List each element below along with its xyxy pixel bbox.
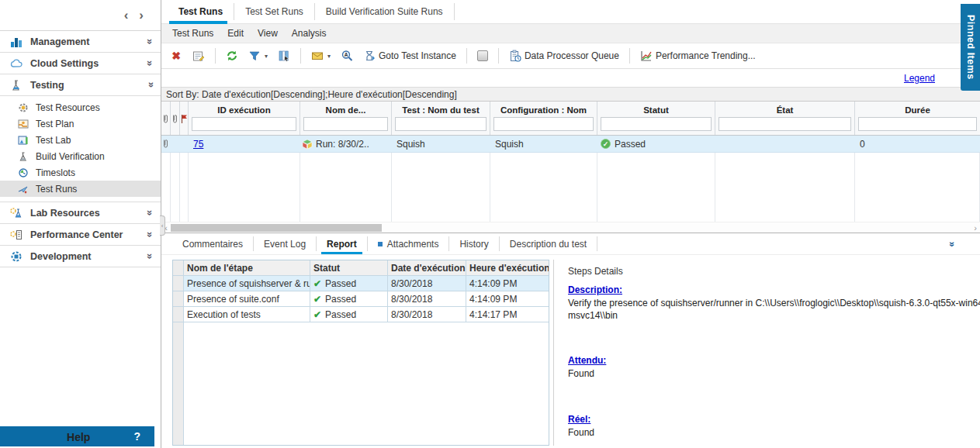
sidebar-section-lab-resources[interactable]: Lab Resources » (0, 202, 161, 224)
column-date-execution[interactable]: Date d'exécution (388, 260, 466, 275)
check-icon: ✔ (313, 294, 321, 305)
nav-back-icon[interactable]: ‹ (124, 9, 129, 22)
scroll-right-icon[interactable]: › (971, 223, 980, 233)
performance-trending-button[interactable]: Performance Trending... (638, 48, 758, 64)
sort-by-text: Sort By: Date d'exécution[Descending];He… (166, 89, 457, 100)
sidebar-section-management[interactable]: Management » (0, 31, 161, 53)
find-button[interactable]: A (338, 48, 355, 64)
sidebar-section-testing[interactable]: Testing « (0, 74, 161, 96)
delete-run-button[interactable]: ✖ (168, 48, 185, 64)
section-label: Management (30, 36, 147, 47)
test-plan-icon (17, 119, 29, 129)
column-test-nom-du-test[interactable]: Test : Nom du test (392, 102, 490, 135)
run-id-link[interactable]: 75 (193, 139, 203, 150)
filter-button[interactable]: ▾ (246, 48, 270, 64)
column-nom-de[interactable]: Nom de... (300, 102, 392, 135)
check-icon: ✔ (313, 278, 321, 289)
flag-column-header[interactable] (180, 102, 189, 135)
tab-commentaires[interactable]: Commentaires (172, 236, 254, 251)
chevron-double-down-icon[interactable]: » (144, 210, 156, 215)
menu-analysis[interactable]: Analysis (292, 28, 327, 39)
attachment-column-header-2[interactable] (171, 102, 180, 135)
steps-table-empty-area (173, 322, 549, 445)
tab-description-du-test[interactable]: Description du test (500, 236, 597, 251)
column-etat[interactable]: État (715, 102, 855, 135)
sidebar-item-label: Test Runs (36, 184, 77, 195)
pinned-items-tab[interactable]: Pinned Items (961, 4, 980, 91)
tab-attachments[interactable]: Attachments (368, 236, 450, 251)
test-run-row[interactable]: 75 Run: 8/30/2.. Squish Squish ✓Passed 0 (161, 136, 980, 153)
panel-collapse-icon[interactable]: » (947, 242, 958, 247)
chevron-double-down-icon[interactable]: » (144, 60, 156, 66)
column-configuration-nom[interactable]: Configuration : Nom (490, 102, 597, 135)
sidebar-item-test-resources[interactable]: Test Resources (0, 99, 161, 115)
menu-edit[interactable]: Edit (227, 28, 244, 39)
filter-test-name-input[interactable] (395, 117, 487, 131)
attachment-column-header[interactable] (161, 102, 171, 135)
goto-test-instance-button[interactable]: Goto Test Instance (361, 48, 459, 64)
sidebar-item-test-plan[interactable]: Test Plan (0, 115, 161, 132)
filter-duree-input[interactable] (858, 117, 977, 131)
step-row[interactable]: Execution of tests ✔Passed 8/30/2018 4:1… (173, 307, 549, 322)
goto-hourglass-icon (363, 50, 376, 62)
chevron-double-down-icon[interactable]: » (144, 253, 156, 259)
tab-event-log[interactable]: Event Log (254, 236, 317, 251)
filter-configuration-input[interactable] (493, 117, 594, 131)
sort-by-bar: Sort By: Date d'exécution[Descending];He… (161, 87, 980, 102)
scrollbar-track[interactable] (171, 224, 971, 232)
chevron-double-down-icon[interactable]: » (144, 232, 156, 237)
tab-history[interactable]: History (449, 236, 499, 251)
flag-icon (181, 114, 188, 124)
scrollbar-thumb[interactable] (171, 224, 382, 232)
sidebar-section-cloud-settings[interactable]: Cloud Settings » (0, 53, 161, 74)
sidebar-section-performance-center[interactable]: Performance Center » (0, 224, 161, 246)
horizontal-scrollbar[interactable]: ‹ › (161, 222, 980, 233)
column-statut[interactable]: Statut (310, 260, 388, 275)
column-nom-de-letape[interactable]: Nom de l'étape (184, 260, 310, 275)
check-icon: ✔ (313, 309, 321, 320)
tab-test-runs[interactable]: Test Runs (168, 3, 234, 20)
goto-test-instance-label: Goto Test Instance (379, 50, 456, 61)
send-mail-button[interactable]: ▾ (309, 48, 333, 64)
run-details-button[interactable] (190, 48, 207, 64)
menu-test-runs[interactable]: Test Runs (172, 28, 213, 39)
status-cell: Passed (615, 139, 646, 150)
step-row[interactable]: Presence of squishserver & runne ✔Passed… (173, 276, 549, 291)
attendu-link[interactable]: Attendu: (568, 355, 606, 366)
data-processor-queue-button[interactable]: Data Processor Queue (507, 48, 622, 64)
refresh-button[interactable] (223, 48, 241, 64)
column-id-execution[interactable]: ID exécution (189, 102, 300, 135)
sidebar-item-test-lab[interactable]: Test Lab (0, 132, 161, 148)
nav-forward-icon[interactable]: › (139, 9, 144, 22)
sidebar-testing-items: Test Resources Test Plan Test Lab Build … (0, 96, 161, 202)
filter-nom-input[interactable] (303, 117, 388, 131)
tab-label: Build Verification Suite Runs (326, 6, 443, 17)
filter-statut-input[interactable] (601, 117, 712, 131)
reel-link[interactable]: Réel: (568, 414, 590, 425)
column-duree[interactable]: Durée (855, 102, 980, 135)
filter-etat-input[interactable] (719, 117, 851, 131)
help-button[interactable]: Help ? (0, 426, 154, 446)
chevron-double-down-icon[interactable]: » (144, 39, 156, 44)
text-size-button[interactable] (475, 49, 490, 63)
description-link[interactable]: Description: (568, 284, 622, 295)
row-gutter (173, 291, 184, 306)
menu-view[interactable]: View (258, 28, 278, 39)
column-heure-execution[interactable]: Heure d'exécution (466, 260, 549, 275)
step-row[interactable]: Presence of suite.conf ✔Passed 8/30/2018… (173, 291, 549, 307)
sidebar-collapse-handle[interactable]: ‹ (160, 215, 165, 236)
tab-build-verification-suite-runs[interactable]: Build Verification Suite Runs (315, 3, 455, 20)
tab-test-set-runs[interactable]: Test Set Runs (234, 3, 315, 20)
chevron-double-up-icon[interactable]: « (144, 82, 156, 88)
tab-report[interactable]: Report (317, 236, 368, 251)
sidebar-item-test-runs[interactable]: Test Runs (0, 181, 161, 197)
sidebar-item-build-verification[interactable]: Build Verification (0, 148, 161, 164)
timeslots-clock-icon (17, 167, 29, 178)
filter-id-execution-input[interactable] (192, 117, 296, 131)
select-columns-button[interactable] (275, 48, 293, 64)
sidebar-section-development[interactable]: Development » (0, 246, 161, 267)
test-runs-grid: ID exécution Nom de... Test : Nom du tes… (161, 102, 980, 233)
column-statut[interactable]: Statut (597, 102, 715, 135)
legend-link[interactable]: Legend (904, 73, 935, 84)
sidebar-item-timeslots[interactable]: Timeslots (0, 164, 161, 181)
